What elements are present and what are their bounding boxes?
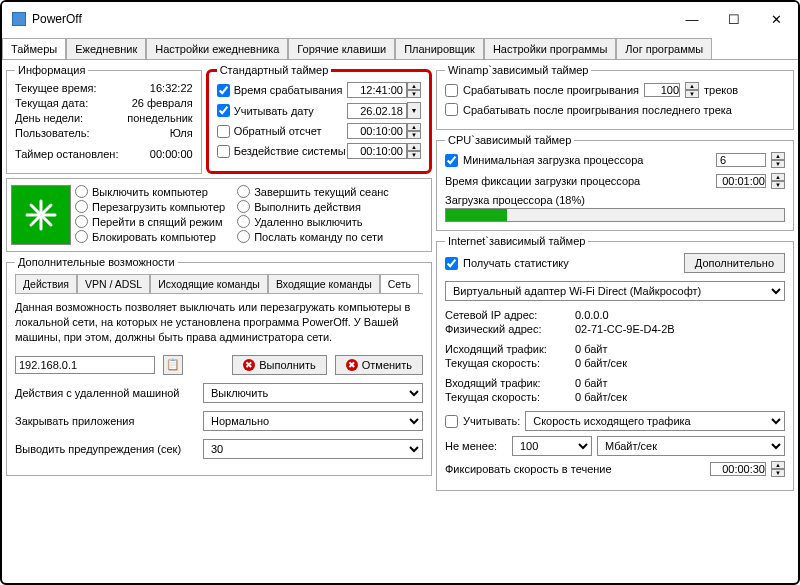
info-group: Информация Текущее время:16:32:22Текущая… bbox=[6, 64, 202, 174]
action-radio[interactable]: Перейти в спящий режим bbox=[75, 215, 225, 228]
internet-group: Internet`зависимый таймер Получать стати… bbox=[436, 235, 794, 491]
maximize-button[interactable]: ☐ bbox=[722, 10, 746, 28]
browse-button[interactable]: 📋 bbox=[163, 355, 183, 375]
adapter-select[interactable]: Виртуальный адаптер Wi-Fi Direct (Майкро… bbox=[445, 281, 785, 301]
cpu-group: CPU`зависимый таймер Минимальная загрузк… bbox=[436, 134, 794, 231]
timer-stopped-label: Таймер остановлен: bbox=[15, 148, 118, 160]
subtab-4[interactable]: Сеть bbox=[380, 274, 419, 293]
tab-2[interactable]: Настройки ежедневника bbox=[146, 38, 288, 59]
execute-button[interactable]: ✖Выполнить bbox=[232, 355, 326, 375]
winamp-legend: Winamp`зависимый таймер bbox=[445, 64, 591, 76]
standard-timer-group: Стандартный таймер Время срабатывания ▲▼… bbox=[206, 64, 432, 174]
action-radio[interactable]: Перезагрузить компьютер bbox=[75, 200, 225, 213]
extra-legend: Дополнительные возможности bbox=[15, 256, 178, 268]
date-dropdown[interactable]: ▼ bbox=[407, 102, 421, 119]
cpu-load-label: Загрузка процессора (18%) bbox=[445, 194, 785, 206]
tab-6[interactable]: Лог программы bbox=[616, 38, 712, 59]
spin-down[interactable]: ▼ bbox=[407, 131, 421, 139]
tab-1[interactable]: Ежедневник bbox=[66, 38, 146, 59]
action-radio[interactable]: Выключить компьютер bbox=[75, 185, 225, 198]
tracks-input[interactable] bbox=[644, 83, 680, 97]
minimize-button[interactable]: — bbox=[680, 10, 704, 28]
extra-group: Дополнительные возможности ДействияVPN /… bbox=[6, 256, 432, 476]
atleast-select[interactable]: 100 bbox=[512, 436, 592, 456]
fixspeed-input[interactable] bbox=[710, 462, 766, 476]
spin-down[interactable]: ▼ bbox=[407, 90, 421, 98]
tab-4[interactable]: Планировщик bbox=[395, 38, 484, 59]
date-input[interactable] bbox=[347, 103, 407, 119]
warn-select[interactable]: 30 bbox=[203, 439, 423, 459]
advanced-button[interactable]: Дополнительно bbox=[684, 253, 785, 273]
action-radio[interactable]: Удаленно выключить bbox=[237, 215, 389, 228]
subtab-0[interactable]: Действия bbox=[15, 274, 77, 293]
standard-timer-legend: Стандартный таймер bbox=[217, 64, 332, 76]
consider-select[interactable]: Скорость исходящего трафика bbox=[525, 411, 785, 431]
idle-checkbox[interactable]: Бездействие системы bbox=[217, 145, 347, 158]
tab-3[interactable]: Горячие клавиши bbox=[288, 38, 395, 59]
actions-group: Выключить компьютерПерезагрузить компьют… bbox=[6, 178, 432, 252]
cpu-progress bbox=[445, 208, 785, 222]
trigger-time-input[interactable] bbox=[347, 82, 407, 98]
subtab-1[interactable]: VPN / ADSL bbox=[77, 274, 150, 293]
close-apps-label: Закрывать приложения bbox=[15, 415, 195, 427]
spin-down[interactable]: ▼ bbox=[407, 151, 421, 159]
cpu-fixtime-input[interactable] bbox=[716, 174, 766, 188]
idle-input[interactable] bbox=[347, 143, 407, 159]
window-title: PowerOff bbox=[32, 12, 680, 26]
consider-checkbox[interactable] bbox=[445, 415, 458, 428]
remote-action-select[interactable]: Выключить bbox=[203, 383, 423, 403]
date-checkbox[interactable]: Учитывать дату bbox=[217, 104, 347, 117]
spin-up[interactable]: ▲ bbox=[407, 143, 421, 151]
action-radio[interactable]: Завершить текущий сеанс bbox=[237, 185, 389, 198]
titlebar: PowerOff — ☐ ✕ bbox=[2, 2, 798, 36]
main-tabs: ТаймерыЕжедневникНастройки ежедневникаГо… bbox=[2, 36, 798, 60]
get-stats-checkbox[interactable] bbox=[445, 257, 458, 270]
action-radio[interactable]: Блокировать компьютер bbox=[75, 230, 225, 243]
internet-legend: Internet`зависимый таймер bbox=[445, 235, 588, 247]
info-legend: Информация bbox=[15, 64, 88, 76]
tab-5[interactable]: Настройки программы bbox=[484, 38, 616, 59]
spin-up[interactable]: ▲ bbox=[407, 82, 421, 90]
winamp-group: Winamp`зависимый таймер Срабатывать посл… bbox=[436, 64, 794, 130]
action-radio[interactable]: Послать команду по сети bbox=[237, 230, 389, 243]
countdown-checkbox[interactable]: Обратный отсчет bbox=[217, 125, 347, 138]
cpu-minload-checkbox[interactable] bbox=[445, 154, 458, 167]
tab-0[interactable]: Таймеры bbox=[2, 38, 66, 59]
warn-label: Выводить предупреждения (сек) bbox=[15, 443, 195, 455]
winamp-afterlast-checkbox[interactable] bbox=[445, 103, 458, 116]
cpu-minload-input[interactable] bbox=[716, 153, 766, 167]
close-button[interactable]: ✕ bbox=[764, 10, 788, 28]
close-apps-select[interactable]: Нормально bbox=[203, 411, 423, 431]
ip-input[interactable] bbox=[15, 356, 155, 374]
network-desc: Данная возможность позволяет выключать и… bbox=[15, 300, 423, 345]
countdown-input[interactable] bbox=[347, 123, 407, 139]
app-icon bbox=[12, 12, 26, 26]
winamp-afterplay-checkbox[interactable] bbox=[445, 84, 458, 97]
timer-stopped-value: 00:00:00 bbox=[150, 148, 193, 160]
subtab-2[interactable]: Исходящие команды bbox=[150, 274, 268, 293]
cpu-legend: CPU`зависимый таймер bbox=[445, 134, 574, 146]
trigger-time-checkbox[interactable]: Время срабатывания bbox=[217, 84, 347, 97]
remote-action-label: Действия с удаленной машиной bbox=[15, 387, 195, 399]
poweroff-icon bbox=[11, 185, 71, 245]
subtab-3[interactable]: Входящие команды bbox=[268, 274, 380, 293]
unit-select[interactable]: Мбайт/сек bbox=[597, 436, 785, 456]
cancel-button[interactable]: ✖Отменить bbox=[335, 355, 423, 375]
spin-up[interactable]: ▲ bbox=[407, 123, 421, 131]
action-radio[interactable]: Выполнить действия bbox=[237, 200, 389, 213]
